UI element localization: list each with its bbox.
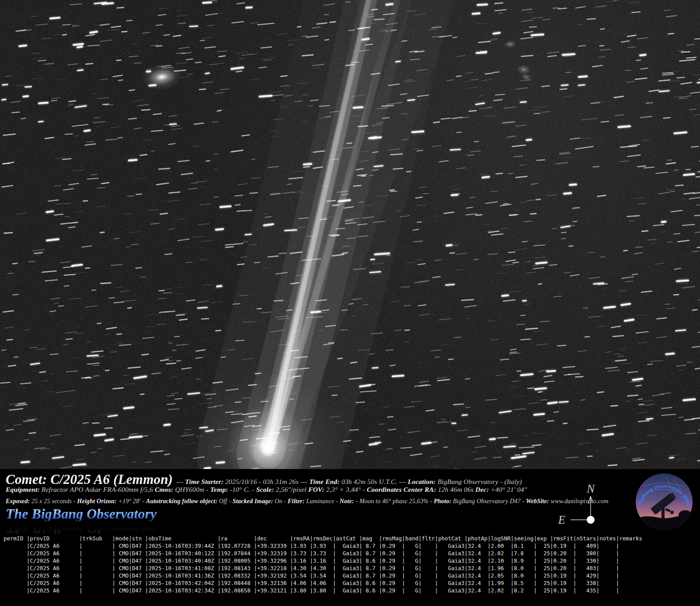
caption-segment: +19° 28' - (117, 498, 146, 504)
caption-segment: Equipment: (6, 486, 40, 493)
caption-segment: Stacked Image: (232, 498, 273, 504)
caption-segment: Autotracking follow object: (146, 498, 217, 504)
observation-data-table: permID |provID |trkSub |mode|stn |obsTim… (4, 535, 642, 594)
compass-north-label: N (586, 482, 595, 495)
caption-segment: Comet: C/2025 A6 (Lemmon) (6, 472, 173, 487)
caption-segment: 12h 46m 06s (436, 486, 476, 493)
caption-segment: Coordinates Center RA: (367, 486, 436, 493)
caption-exposure-line: Exposed: 25 x 25 seconds - Height Orizon… (6, 498, 609, 505)
tree-silhouette (679, 510, 692, 520)
caption-segment: FOV: (308, 486, 325, 493)
caption-segment: Filter: (288, 498, 305, 504)
compass-east-label: E (558, 513, 566, 526)
caption-segment: Luminance - (304, 498, 340, 504)
brand-title: The BigBang Observatory (6, 507, 157, 521)
caption-segment: Off - (217, 498, 232, 504)
caption-segment: 25 x 25 seconds - (30, 498, 77, 504)
observatory-logo: BigBang Observatory [BBO] - D47 (635, 473, 693, 531)
caption-segment: BigBang Observatory D47 - (452, 498, 526, 504)
caption-segment: BigBang Observatory - (Italy) (436, 478, 522, 485)
caption-segment: Cmos: (155, 486, 173, 493)
caption-segment: 2,3° × 3,44° - (324, 486, 367, 493)
caption-segment: 2,56"/pixel (274, 486, 308, 493)
brand-reflection: The BigBang Observatory (6, 522, 157, 536)
caption-segment: Refractor APO Askar FRA-600mm f/5,6 (40, 486, 155, 493)
caption-segment: On - (273, 498, 287, 504)
caption-equipment-line: Equipment: Refractor APO Askar FRA-600mm… (6, 486, 527, 494)
compass-rose-icon: N E (556, 477, 599, 529)
caption-segment: Exposed: (6, 498, 30, 504)
caption-segment: --- (175, 478, 185, 485)
caption-segment: Dec: (476, 486, 489, 493)
caption-title-line: Comet: C/2025 A6 (Lemmon) --- Time Start… (6, 472, 522, 487)
caption-segment: 03h 42m 50s U.T.C. --- (340, 478, 408, 485)
observatory-logo-image: BigBang Observatory [BBO] - D47 (635, 473, 693, 531)
caption-segment: 2025/10/16 - 03h 31m 26s --- (224, 478, 309, 485)
caption-segment: Time End: (309, 478, 340, 485)
observatory-brand: The BigBang Observatory The BigBang Obse… (6, 507, 157, 521)
caption-segment: Location: (408, 478, 436, 485)
caption-segment: QHY600m - (173, 486, 210, 493)
caption-segment: WebSite: (526, 498, 549, 504)
caption-segment: Time Starter: (185, 478, 224, 485)
caption-segment: Photo: (434, 498, 452, 504)
caption-segment: Note: (340, 498, 354, 504)
astrophoto-starfield (0, 0, 700, 469)
compass-hub (587, 516, 595, 524)
comet-astrophoto-page: Comet: C/2025 A6 (Lemmon) --- Time Start… (0, 0, 700, 606)
caption-segment: Temp: (210, 486, 228, 493)
caption-segment: Height Orizon: (77, 498, 116, 504)
caption-segment: +40° 21' 04" (489, 486, 527, 493)
caption-segment: -10° C. - (228, 486, 256, 493)
caption-area: Comet: C/2025 A6 (Lemmon) --- Time Start… (0, 469, 700, 606)
caption-segment: Scale: (256, 486, 274, 493)
caption-segment: - Moon to 46° phase 25,63% - (354, 498, 434, 504)
